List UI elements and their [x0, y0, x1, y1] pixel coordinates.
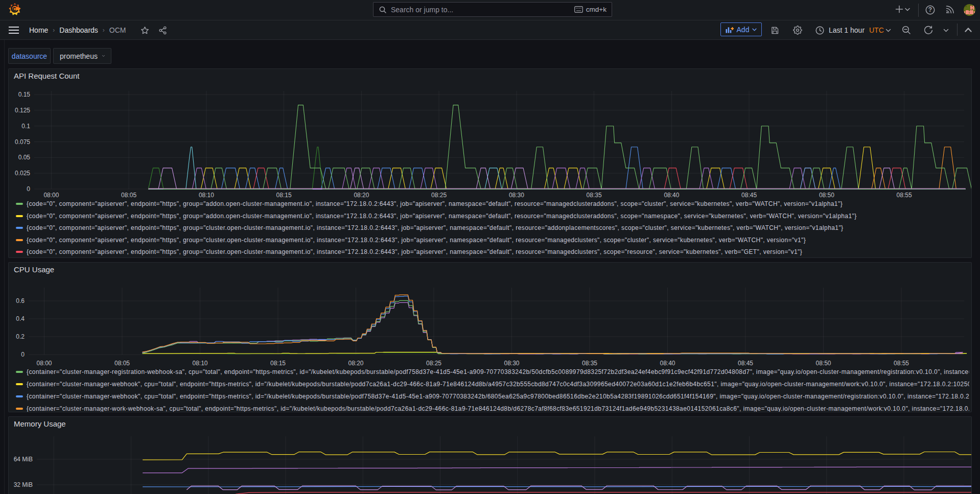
svg-text:0.125: 0.125 [15, 107, 30, 114]
svg-text:0.025: 0.025 [15, 170, 30, 177]
svg-text:0: 0 [21, 351, 25, 358]
svg-text:0.6: 0.6 [16, 297, 25, 304]
svg-text:08:55: 08:55 [897, 192, 912, 199]
svg-text:64 MiB: 64 MiB [14, 456, 33, 463]
svg-text:08:45: 08:45 [738, 360, 753, 367]
svg-text:08:00: 08:00 [43, 192, 59, 199]
svg-text:0.1: 0.1 [21, 123, 30, 130]
svg-text:08:10: 08:10 [199, 192, 214, 199]
svg-text:0.075: 0.075 [15, 138, 30, 146]
svg-text:08:15: 08:15 [270, 360, 286, 367]
svg-text:0.2: 0.2 [16, 333, 25, 340]
svg-text:08:05: 08:05 [121, 192, 136, 199]
svg-text:08:50: 08:50 [815, 360, 831, 367]
svg-text:08:30: 08:30 [509, 192, 524, 199]
svg-text:08:40: 08:40 [660, 360, 675, 367]
svg-text:0.05: 0.05 [18, 154, 31, 161]
svg-text:08:45: 08:45 [741, 192, 757, 199]
svg-text:08:15: 08:15 [276, 192, 292, 199]
svg-text:08:20: 08:20 [348, 360, 363, 367]
svg-text:0.15: 0.15 [18, 91, 31, 98]
svg-text:08:55: 08:55 [894, 360, 909, 367]
svg-text:08:30: 08:30 [504, 360, 519, 367]
svg-text:32 MiB: 32 MiB [14, 481, 33, 488]
svg-text:08:35: 08:35 [587, 192, 602, 199]
svg-text:0: 0 [27, 185, 30, 193]
svg-text:08:00: 08:00 [36, 360, 52, 367]
svg-text:0.4: 0.4 [16, 315, 25, 322]
svg-text:08:35: 08:35 [582, 360, 597, 367]
svg-text:08:05: 08:05 [114, 360, 130, 367]
svg-text:08:25: 08:25 [426, 360, 441, 367]
svg-text:08:50: 08:50 [819, 192, 834, 199]
svg-text:08:10: 08:10 [192, 360, 207, 367]
svg-text:08:25: 08:25 [431, 192, 447, 199]
svg-text:08:20: 08:20 [354, 192, 369, 199]
svg-text:08:40: 08:40 [664, 192, 679, 199]
